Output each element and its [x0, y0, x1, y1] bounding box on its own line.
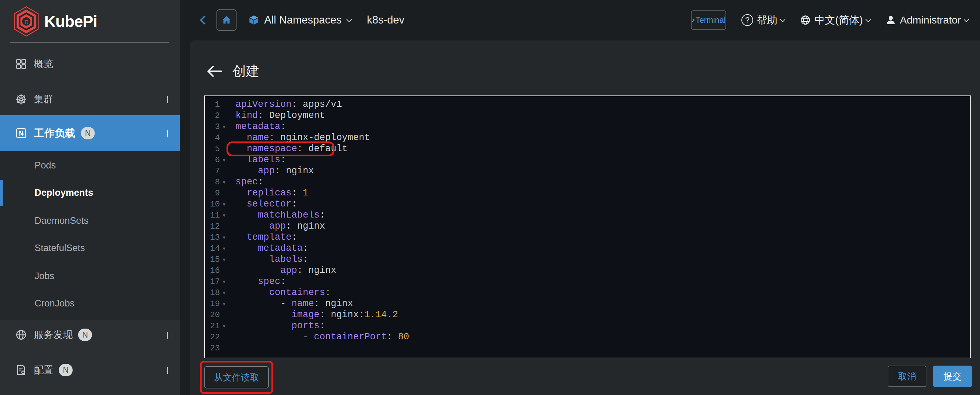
sidebar-item-label: 服务发现 — [34, 328, 73, 341]
logo[interactable]: π KubePi — [0, 5, 180, 38]
code-line[interactable]: 11▾ matchLabels: — [205, 210, 970, 221]
sidebar-item-jobs[interactable]: Jobs — [0, 264, 180, 287]
line-number: 11 — [205, 211, 220, 220]
code-text: image: nginx:1.14.2 — [228, 309, 398, 320]
document-gear-icon — [15, 364, 27, 376]
sidebar-divider — [10, 42, 169, 43]
line-number: 21 — [205, 321, 220, 331]
namespace-selector[interactable]: All Namespaces — [264, 14, 342, 26]
sidebar-item-workloads[interactable]: 工作负载 N — [0, 115, 180, 151]
sidebar: π KubePi 概览 集群 — [0, 0, 180, 395]
chevron-up-icon — [167, 130, 168, 136]
chevron-down-icon — [167, 367, 168, 373]
sidebar-item-daemonsets[interactable]: DaemonSets — [0, 209, 180, 232]
fold-arrow-icon[interactable]: ▾ — [220, 157, 228, 163]
page-heading: 创建 — [206, 62, 259, 81]
sidebar-item-service-discovery[interactable]: 服务发现 N — [0, 323, 180, 347]
back-chevron-icon[interactable] — [200, 16, 208, 24]
fold-arrow-icon[interactable]: ▾ — [220, 301, 228, 307]
code-text: labels: — [228, 154, 286, 165]
chevron-down-icon — [167, 332, 168, 338]
fold-arrow-icon[interactable]: ▾ — [220, 290, 228, 296]
code-line[interactable]: 4 name: nginx-deployment — [205, 132, 970, 143]
logo-text: KubePi — [44, 12, 97, 31]
read-from-file-button[interactable]: 从文件读取 — [204, 366, 269, 389]
code-line[interactable]: 5 namespace: default — [205, 143, 970, 154]
fold-arrow-icon[interactable]: ▾ — [220, 201, 228, 207]
code-line[interactable]: 14▾ metadata: — [205, 243, 970, 254]
submit-button[interactable]: 提交 — [933, 366, 972, 387]
sidebar-item-label: Pods — [35, 160, 56, 171]
code-line[interactable]: 10▾ selector: — [205, 199, 970, 210]
code-line[interactable]: 3▾metadata: — [205, 121, 970, 132]
code-line[interactable]: 9 replicas: 1 — [205, 188, 970, 199]
chevron-down-icon[interactable] — [347, 17, 352, 22]
code-line[interactable]: 18▾ containers: — [205, 287, 970, 298]
sidebar-item-deployments[interactable]: Deployments — [0, 181, 180, 204]
code-text: containers: — [228, 287, 331, 298]
code-line[interactable]: 2kind: Deployment — [205, 110, 970, 121]
topbar-right: Terminal ? 帮助 中文(简体) Administrator — [691, 10, 980, 30]
fold-arrow-icon[interactable]: ▾ — [220, 323, 228, 329]
code-text: app: nginx — [228, 165, 314, 177]
fold-arrow-icon[interactable]: ▾ — [220, 279, 228, 285]
code-line[interactable]: 16 app: nginx — [205, 265, 970, 276]
fold-arrow-icon[interactable]: ▾ — [220, 245, 228, 252]
sidebar-item-cronjobs[interactable]: CronJobs — [0, 292, 180, 315]
code-line[interactable]: 6▾ labels: — [205, 154, 970, 165]
fold-arrow-icon[interactable]: ▾ — [220, 179, 228, 185]
sidebar-item-config[interactable]: 配置 N — [0, 358, 180, 382]
sidebar-item-label: DaemonSets — [35, 215, 89, 226]
code-text: metadata: — [228, 243, 309, 254]
fold-arrow-icon[interactable]: ▾ — [220, 123, 228, 130]
line-number: 9 — [205, 188, 220, 198]
yaml-editor[interactable]: 1apiVersion: apps/v12kind: Deployment3▾m… — [204, 96, 970, 358]
annotation-box-read-file: 从文件读取 — [200, 361, 273, 394]
code-line[interactable]: 23 — [205, 342, 970, 354]
cancel-button[interactable]: 取消 — [888, 366, 926, 387]
code-line[interactable]: 15▾ labels: — [205, 254, 970, 265]
sidebar-item-label: Jobs — [35, 271, 54, 282]
line-number: 19 — [205, 299, 220, 309]
help-menu[interactable]: ? 帮助 — [741, 13, 784, 27]
fold-arrow-icon[interactable]: ▾ — [220, 234, 228, 241]
line-number: 23 — [205, 344, 220, 353]
line-number: 2 — [205, 111, 220, 120]
line-number: 8 — [205, 177, 220, 187]
sidebar-item-overview[interactable]: 概览 — [0, 52, 180, 76]
code-line[interactable]: 22 - containerPort: 80 — [205, 331, 970, 342]
user-menu[interactable]: Administrator — [885, 14, 968, 26]
code-line[interactable]: 21▾ ports: — [205, 320, 970, 331]
code-line[interactable]: 13▾ template: — [205, 232, 970, 243]
workloads-submenu: Pods Deployments DaemonSets StatefulSets… — [0, 151, 180, 320]
language-label: 中文(简体) — [815, 13, 863, 27]
sidebar-item-cluster[interactable]: 集群 — [0, 87, 180, 111]
sidebar-item-label: Deployments — [35, 188, 93, 198]
line-number: 18 — [205, 288, 220, 298]
code-text: spec: — [228, 177, 264, 188]
code-line[interactable]: 8▾spec: — [205, 177, 970, 188]
code-line[interactable]: 12 app: nginx — [205, 221, 970, 232]
sidebar-item-label: 工作负载 — [34, 126, 75, 140]
back-arrow-icon[interactable] — [206, 65, 223, 78]
sidebar-item-statefulsets[interactable]: StatefulSets — [0, 237, 180, 260]
line-number: 3 — [205, 122, 220, 131]
code-line[interactable]: 17▾ spec: — [205, 276, 970, 287]
home-button[interactable] — [216, 10, 237, 31]
code-line[interactable]: 7 app: nginx — [205, 165, 970, 177]
sidebar-item-label: 集群 — [34, 93, 53, 106]
fold-arrow-icon[interactable]: ▾ — [220, 256, 228, 263]
code-text: matchLabels: — [228, 210, 325, 221]
code-line[interactable]: 20 image: nginx:1.14.2 — [205, 309, 970, 320]
namespace-cube-icon — [248, 14, 259, 25]
code-line[interactable]: 19▾ - name: nginx — [205, 298, 970, 309]
fold-arrow-icon[interactable]: ▾ — [220, 212, 228, 218]
language-menu[interactable]: 中文(简体) — [800, 13, 870, 27]
kubepi-logo-icon: π — [13, 6, 40, 37]
terminal-button[interactable]: Terminal — [691, 10, 726, 30]
line-number: 16 — [205, 266, 220, 276]
helm-wheel-icon — [15, 93, 27, 105]
line-number: 5 — [205, 144, 220, 154]
code-line[interactable]: 1apiVersion: apps/v1 — [205, 99, 970, 110]
sidebar-item-pods[interactable]: Pods — [0, 154, 180, 177]
